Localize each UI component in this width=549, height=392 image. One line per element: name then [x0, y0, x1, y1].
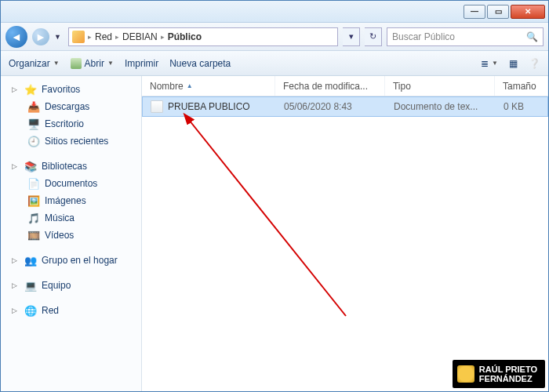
- watermark: RAÚL PRIETO FERNÁNDEZ: [453, 360, 545, 388]
- sidebar-item-videos[interactable]: 🎞️Vídeos: [1, 227, 141, 244]
- back-button[interactable]: ◄: [5, 26, 27, 48]
- network-icon: 🌐: [24, 304, 37, 317]
- computer-icon: 💻: [24, 279, 37, 292]
- address-bar[interactable]: ▸ Red ▸ DEBIAN ▸ Público: [68, 27, 338, 46]
- explorer-window: — ▭ ✕ ◄ ► ▼ ▸ Red ▸ DEBIAN ▸ Público ▾ ↻…: [0, 0, 549, 392]
- search-icon: 🔍: [526, 31, 538, 42]
- download-icon: 📥: [27, 100, 40, 113]
- search-placeholder: Buscar Público: [392, 31, 455, 42]
- view-menu[interactable]: ≣ ▼: [481, 58, 498, 69]
- textfile-icon: [151, 100, 163, 113]
- sidebar: ▷⭐Favoritos 📥Descargas 🖥️Escritorio 🕘Sit…: [1, 76, 142, 391]
- desktop-icon: 🖥️: [27, 118, 40, 130]
- body: ▷⭐Favoritos 📥Descargas 🖥️Escritorio 🕘Sit…: [1, 76, 548, 391]
- open-button[interactable]: Abrir▼: [71, 58, 114, 69]
- breadcrumb-l1[interactable]: DEBIAN: [122, 31, 158, 42]
- document-icon: 📄: [27, 177, 40, 190]
- col-type[interactable]: Tipo: [385, 76, 495, 96]
- video-icon: 🎞️: [27, 229, 40, 241]
- open-icon: [71, 58, 82, 69]
- file-list: PRUEBA PUBLICO 05/06/2020 8:43 Documento…: [142, 96, 548, 391]
- file-pane: Nombre▲ Fecha de modifica... Tipo Tamaño…: [142, 76, 548, 391]
- col-size[interactable]: Tamaño: [495, 76, 548, 96]
- image-icon: 🖼️: [27, 194, 40, 207]
- file-name: PRUEBA PUBLICO: [168, 101, 250, 112]
- library-icon: 📚: [24, 160, 37, 172]
- maximize-button[interactable]: ▭: [487, 5, 509, 19]
- sidebar-computer[interactable]: ▷💻Equipo: [1, 277, 141, 294]
- address-dropdown[interactable]: ▾: [343, 27, 360, 46]
- annotation-arrow: [142, 96, 534, 392]
- file-size: 0 KB: [496, 101, 547, 112]
- close-button[interactable]: ✕: [511, 5, 545, 19]
- sidebar-homegroup[interactable]: ▷👥Grupo en el hogar: [1, 252, 141, 269]
- nav-history-dropdown[interactable]: ▼: [54, 33, 64, 41]
- organize-menu[interactable]: Organizar▼: [9, 58, 60, 69]
- folder-icon: [72, 31, 85, 43]
- breadcrumb-root[interactable]: Red: [95, 31, 112, 42]
- print-button[interactable]: Imprimir: [125, 58, 158, 69]
- sidebar-libraries[interactable]: ▷📚Bibliotecas: [1, 158, 141, 175]
- music-icon: 🎵: [27, 212, 40, 224]
- star-icon: ⭐: [24, 83, 37, 96]
- sidebar-item-documents[interactable]: 📄Documentos: [1, 175, 141, 192]
- sort-asc-icon: ▲: [187, 82, 193, 89]
- breadcrumb-l2[interactable]: Público: [168, 31, 202, 42]
- column-headers: Nombre▲ Fecha de modifica... Tipo Tamaño: [142, 76, 548, 96]
- sidebar-network[interactable]: ▷🌐Red: [1, 302, 141, 319]
- navbar: ◄ ► ▼ ▸ Red ▸ DEBIAN ▸ Público ▾ ↻ Busca…: [1, 23, 548, 51]
- col-modified[interactable]: Fecha de modifica...: [275, 76, 385, 96]
- file-type: Documento de tex...: [386, 101, 496, 112]
- toolbar: Organizar▼ Abrir▼ Imprimir Nueva carpeta…: [1, 51, 548, 76]
- minimize-button[interactable]: —: [464, 5, 485, 19]
- sidebar-item-recent[interactable]: 🕘Sitios recientes: [1, 132, 141, 150]
- newfolder-button[interactable]: Nueva carpeta: [169, 58, 231, 69]
- forward-button[interactable]: ►: [32, 28, 49, 45]
- help-button[interactable]: ❔: [529, 58, 540, 69]
- sidebar-item-downloads[interactable]: 📥Descargas: [1, 98, 141, 115]
- sidebar-item-desktop[interactable]: 🖥️Escritorio: [1, 115, 141, 132]
- preview-pane-button[interactable]: ▦: [509, 58, 518, 69]
- refresh-button[interactable]: ↻: [365, 27, 382, 46]
- sidebar-item-images[interactable]: 🖼️Imágenes: [1, 192, 141, 209]
- col-name[interactable]: Nombre▲: [142, 76, 275, 96]
- svg-line-0: [189, 120, 346, 316]
- homegroup-icon: 👥: [24, 254, 37, 267]
- search-input[interactable]: Buscar Público 🔍: [387, 27, 544, 46]
- sidebar-item-music[interactable]: 🎵Música: [1, 209, 141, 227]
- file-modified: 05/06/2020 8:43: [276, 101, 386, 112]
- file-row[interactable]: PRUEBA PUBLICO 05/06/2020 8:43 Documento…: [142, 96, 548, 117]
- sidebar-favorites[interactable]: ▷⭐Favoritos: [1, 81, 141, 98]
- titlebar: — ▭ ✕: [1, 1, 548, 23]
- recent-icon: 🕘: [27, 135, 40, 147]
